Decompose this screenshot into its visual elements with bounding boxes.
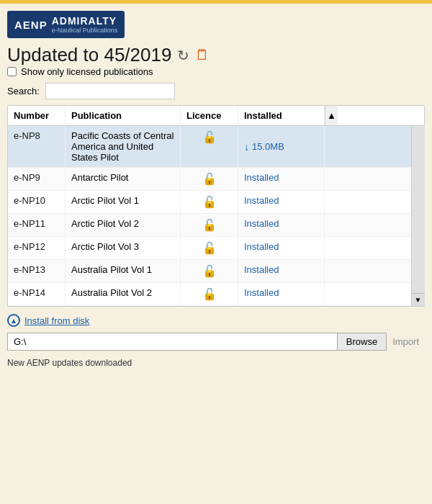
logo: AENP ADMIRALTY e-Nautical Publications <box>7 11 125 38</box>
refresh-icon[interactable]: ↻ <box>177 47 189 64</box>
license-icon: 🔓 <box>202 265 217 277</box>
license-icon: 🔓 <box>202 173 217 185</box>
cell-publication: Australia Pilot Vol 2 <box>66 283 181 305</box>
logo-admiralty-title: ADMIRALTY <box>52 15 118 27</box>
install-from-disk-link[interactable]: Install from disk <box>24 315 89 326</box>
cell-publication: Antarctic Pilot <box>66 168 181 190</box>
license-icon: 🔓 <box>202 288 217 300</box>
document-icon[interactable]: 🗒 <box>195 47 210 63</box>
install-disk-icon: ▲ <box>7 314 20 327</box>
cell-licence: 🔓 <box>181 237 238 259</box>
license-icon: 🔓 <box>202 219 217 231</box>
search-input[interactable] <box>45 83 175 99</box>
install-from-disk-row: ▲ Install from disk <box>7 314 425 327</box>
table-row[interactable]: e-NP8Pacific Coasts of Central America a… <box>8 126 424 168</box>
search-label: Search: <box>7 86 40 96</box>
scroll-up-header[interactable]: ▲ <box>325 106 338 125</box>
status-text: New AENP updates downloaded <box>7 358 132 368</box>
col-licence: Licence <box>181 106 238 125</box>
logo-admiralty: ADMIRALTY e-Nautical Publications <box>52 15 118 34</box>
publications-table: Number Publication Licence Installed ▲ e… <box>7 105 425 307</box>
licensed-checkbox[interactable] <box>7 67 17 76</box>
cell-licence: 🔓 <box>181 260 238 282</box>
status-bar: New AENP updates downloaded <box>7 356 425 369</box>
scroll-down-btn[interactable]: ▼ <box>412 293 425 306</box>
license-icon: 🔓 <box>202 131 217 143</box>
import-button[interactable]: Import <box>387 333 425 350</box>
cell-installed: Installed <box>238 237 325 259</box>
disk-path-input[interactable] <box>7 333 338 351</box>
cell-number: e-NP9 <box>8 168 66 190</box>
cell-licence: 🔓 <box>181 126 238 167</box>
cell-installed: Installed <box>238 168 325 190</box>
cell-publication: Arctic Pilot Vol 1 <box>66 191 181 213</box>
license-icon: 🔓 <box>202 242 217 254</box>
cell-installed: Installed <box>238 283 325 305</box>
scrollbar[interactable]: ▼ <box>411 126 424 306</box>
table-body: e-NP8Pacific Coasts of Central America a… <box>8 126 424 306</box>
col-publication: Publication <box>66 106 181 125</box>
app-header: AENP ADMIRALTY e-Nautical Publications <box>7 11 425 38</box>
table-row[interactable]: e-NP13Australia Pilot Vol 1🔓Installed <box>8 260 424 283</box>
cell-licence: 🔓 <box>181 283 238 305</box>
table-row[interactable]: e-NP9Antarctic Pilot🔓Installed <box>8 168 424 191</box>
cell-installed: Installed <box>238 260 325 282</box>
cell-publication: Australia Pilot Vol 1 <box>66 260 181 282</box>
cell-licence: 🔓 <box>181 191 238 213</box>
top-accent-bar <box>0 0 432 4</box>
table-row[interactable]: e-NP10Arctic Pilot Vol 1🔓Installed <box>8 191 424 214</box>
cell-publication: Arctic Pilot Vol 2 <box>66 214 181 236</box>
licensed-filter-row: Show only licensed publications <box>7 66 425 77</box>
cell-licence: 🔓 <box>181 214 238 236</box>
cell-publication: Arctic Pilot Vol 3 <box>66 237 181 259</box>
logo-admiralty-sub: e-Nautical Publications <box>52 27 118 34</box>
table-row[interactable]: e-NP11Arctic Pilot Vol 2🔓Installed <box>8 214 424 237</box>
cell-number: e-NP12 <box>8 237 66 259</box>
col-installed: Installed <box>238 106 325 125</box>
search-row: Search: <box>7 83 425 99</box>
cell-installed: Installed <box>238 191 325 213</box>
cell-licence: 🔓 <box>181 168 238 190</box>
cell-number: e-NP14 <box>8 283 66 305</box>
cell-number: e-NP13 <box>8 260 66 282</box>
license-icon: 🔓 <box>202 196 217 208</box>
table-row[interactable]: e-NP12Arctic Pilot Vol 3🔓Installed <box>8 237 424 260</box>
cell-number: e-NP8 <box>8 126 66 167</box>
table-row[interactable]: e-NP14Australia Pilot Vol 2🔓Installed <box>8 283 424 306</box>
licensed-checkbox-label: Show only licensed publications <box>21 66 153 77</box>
cell-installed: Installed <box>238 214 325 236</box>
cell-installed: ↓15.0MB <box>238 126 325 167</box>
cell-number: e-NP11 <box>8 214 66 236</box>
cell-publication: Pacific Coasts of Central America and Un… <box>66 126 181 167</box>
browse-button[interactable]: Browse <box>337 333 387 351</box>
cell-number: e-NP10 <box>8 191 66 213</box>
col-number: Number <box>8 106 66 125</box>
logo-aenp-text: AENP <box>14 19 48 31</box>
download-icon: ↓ <box>244 141 249 153</box>
disk-path-row: Browse Import <box>7 333 425 351</box>
page-title: Updated to 45/2019 ↻ 🗒 <box>7 44 425 66</box>
table-header: Number Publication Licence Installed ▲ <box>8 106 424 126</box>
page-title-text: Updated to 45/2019 <box>7 44 171 66</box>
